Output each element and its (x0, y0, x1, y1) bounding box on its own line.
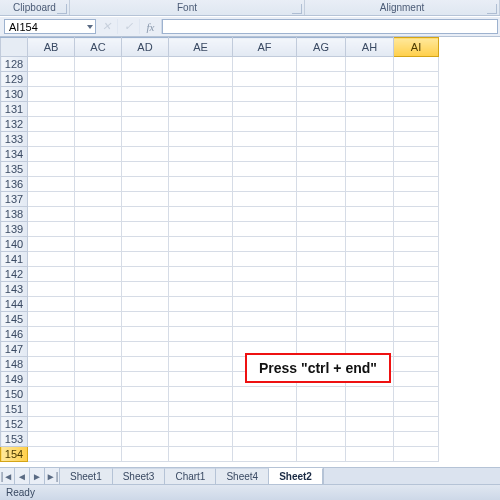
cell-AH152[interactable] (346, 417, 394, 432)
cell-AE139[interactable] (169, 222, 233, 237)
cell-AH136[interactable] (346, 177, 394, 192)
cell-AB138[interactable] (28, 207, 75, 222)
cell-AB152[interactable] (28, 417, 75, 432)
cell-AB137[interactable] (28, 192, 75, 207)
cell-AE138[interactable] (169, 207, 233, 222)
cell-AD142[interactable] (122, 267, 169, 282)
cancel-formula-button[interactable]: ✕ (96, 19, 118, 34)
cell-AF145[interactable] (233, 312, 297, 327)
cell-AF136[interactable] (233, 177, 297, 192)
cell-AE146[interactable] (169, 327, 233, 342)
cell-AB154[interactable] (28, 447, 75, 462)
sheet-tab-sheet2[interactable]: Sheet2 (269, 468, 323, 484)
cell-AB148[interactable] (28, 357, 75, 372)
cell-AC131[interactable] (75, 102, 122, 117)
tab-nav-last-button[interactable]: ►| (45, 468, 60, 484)
cell-AG134[interactable] (297, 147, 346, 162)
cell-AB140[interactable] (28, 237, 75, 252)
enter-formula-button[interactable]: ✓ (118, 19, 140, 34)
column-header-AF[interactable]: AF (233, 38, 297, 57)
cell-AB143[interactable] (28, 282, 75, 297)
tab-nav-prev-button[interactable]: ◄ (15, 468, 30, 484)
cell-AB139[interactable] (28, 222, 75, 237)
cell-AG136[interactable] (297, 177, 346, 192)
cell-AG143[interactable] (297, 282, 346, 297)
cell-AB129[interactable] (28, 72, 75, 87)
cell-AG137[interactable] (297, 192, 346, 207)
cell-AG150[interactable] (297, 387, 346, 402)
cell-AE129[interactable] (169, 72, 233, 87)
cell-AG135[interactable] (297, 162, 346, 177)
cell-AE131[interactable] (169, 102, 233, 117)
cell-AH153[interactable] (346, 432, 394, 447)
column-header-AE[interactable]: AE (169, 38, 233, 57)
cell-AD141[interactable] (122, 252, 169, 267)
row-header-143[interactable]: 143 (1, 282, 28, 297)
cell-AB133[interactable] (28, 132, 75, 147)
cell-AF128[interactable] (233, 57, 297, 72)
cell-AH135[interactable] (346, 162, 394, 177)
cell-AD140[interactable] (122, 237, 169, 252)
cell-AD154[interactable] (122, 447, 169, 462)
dialog-launcher-icon[interactable] (292, 4, 302, 14)
spreadsheet-grid[interactable]: ABACADAEAFAGAHAI128129130131132133134135… (0, 37, 500, 467)
cell-AC147[interactable] (75, 342, 122, 357)
cell-AB144[interactable] (28, 297, 75, 312)
cell-AD151[interactable] (122, 402, 169, 417)
cell-AB151[interactable] (28, 402, 75, 417)
cell-AE149[interactable] (169, 372, 233, 387)
cell-AD147[interactable] (122, 342, 169, 357)
tab-nav-first-button[interactable]: |◄ (0, 468, 15, 484)
cell-AF133[interactable] (233, 132, 297, 147)
cell-AH150[interactable] (346, 387, 394, 402)
cell-AC145[interactable] (75, 312, 122, 327)
cell-AC154[interactable] (75, 447, 122, 462)
cell-AG142[interactable] (297, 267, 346, 282)
cell-AB135[interactable] (28, 162, 75, 177)
cell-AH129[interactable] (346, 72, 394, 87)
row-header-141[interactable]: 141 (1, 252, 28, 267)
cell-AD132[interactable] (122, 117, 169, 132)
cell-AI136[interactable] (394, 177, 439, 192)
cell-AI148[interactable] (394, 357, 439, 372)
row-header-152[interactable]: 152 (1, 417, 28, 432)
cell-AB145[interactable] (28, 312, 75, 327)
row-header-135[interactable]: 135 (1, 162, 28, 177)
cell-AH132[interactable] (346, 117, 394, 132)
cell-AI130[interactable] (394, 87, 439, 102)
cell-AH142[interactable] (346, 267, 394, 282)
column-header-AD[interactable]: AD (122, 38, 169, 57)
cell-AB131[interactable] (28, 102, 75, 117)
cell-AC150[interactable] (75, 387, 122, 402)
cell-AC139[interactable] (75, 222, 122, 237)
cell-AI134[interactable] (394, 147, 439, 162)
cell-AG132[interactable] (297, 117, 346, 132)
cell-AC153[interactable] (75, 432, 122, 447)
cell-AB150[interactable] (28, 387, 75, 402)
cell-AI151[interactable] (394, 402, 439, 417)
cell-AC134[interactable] (75, 147, 122, 162)
cell-AH128[interactable] (346, 57, 394, 72)
cell-AH145[interactable] (346, 312, 394, 327)
cell-AF140[interactable] (233, 237, 297, 252)
row-header-134[interactable]: 134 (1, 147, 28, 162)
cell-AD134[interactable] (122, 147, 169, 162)
cell-AD149[interactable] (122, 372, 169, 387)
column-header-AB[interactable]: AB (28, 38, 75, 57)
cell-AI150[interactable] (394, 387, 439, 402)
cell-AD131[interactable] (122, 102, 169, 117)
cell-AH133[interactable] (346, 132, 394, 147)
cell-AI129[interactable] (394, 72, 439, 87)
cell-AC137[interactable] (75, 192, 122, 207)
cell-AD130[interactable] (122, 87, 169, 102)
chevron-down-icon[interactable] (87, 25, 93, 29)
dialog-launcher-icon[interactable] (487, 4, 497, 14)
cell-AE148[interactable] (169, 357, 233, 372)
cell-AF135[interactable] (233, 162, 297, 177)
cell-AI154[interactable] (394, 447, 439, 462)
cell-AI133[interactable] (394, 132, 439, 147)
cell-AE130[interactable] (169, 87, 233, 102)
cell-AI145[interactable] (394, 312, 439, 327)
row-header-142[interactable]: 142 (1, 267, 28, 282)
row-header-140[interactable]: 140 (1, 237, 28, 252)
